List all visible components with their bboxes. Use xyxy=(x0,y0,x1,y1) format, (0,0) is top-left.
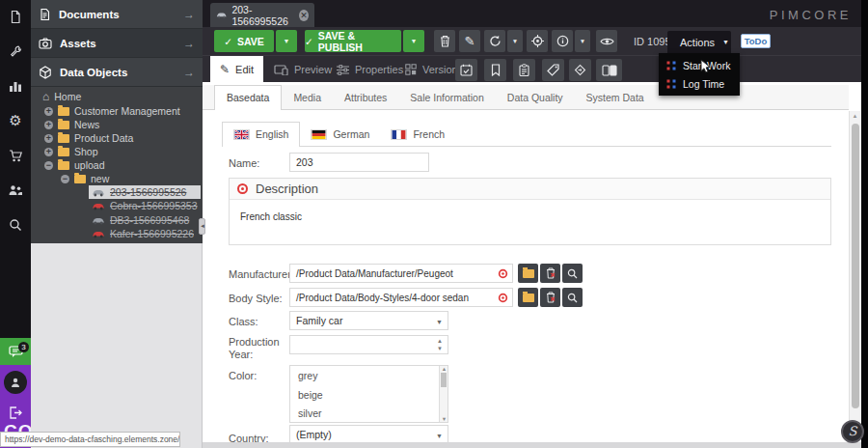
calendar-check-icon xyxy=(460,64,473,76)
tree-item-new[interactable]: − new xyxy=(61,172,109,185)
content-scrollbar[interactable]: ▲ xyxy=(849,111,860,448)
save-publish-button[interactable]: ✓ SAVE & PUBLISH xyxy=(305,30,401,52)
body-style-search-button[interactable] xyxy=(562,288,583,307)
spinner-up-icon[interactable]: ▲ xyxy=(437,338,443,344)
cart-icon[interactable] xyxy=(0,141,31,170)
gear-icon[interactable]: ⚙ xyxy=(0,106,31,135)
tab-basedata[interactable]: Basedata xyxy=(214,85,282,110)
scrollbar-thumb[interactable] xyxy=(852,124,859,408)
schedule-button[interactable] xyxy=(455,59,477,81)
reload-dropdown-caret[interactable]: ▼ xyxy=(507,30,523,52)
close-icon[interactable]: ✕ xyxy=(299,10,309,21)
body-style-input[interactable]: /Product Data/Body-Styles/4-door sedan xyxy=(289,288,513,307)
check-icon: ✓ xyxy=(224,36,232,47)
expand-plus-icon[interactable]: + xyxy=(44,148,53,156)
body-style-open-button[interactable] xyxy=(518,288,538,307)
accordion-data-objects[interactable]: Data Objects → xyxy=(31,58,203,87)
tags-button[interactable] xyxy=(542,59,564,81)
save-publish-dropdown-caret[interactable]: ▼ xyxy=(403,30,424,52)
info-button[interactable] xyxy=(552,30,573,52)
delete-button[interactable] xyxy=(434,30,455,52)
tab-sale-information[interactable]: Sale Information xyxy=(398,86,495,109)
scroll-up-icon[interactable]: ▲ xyxy=(440,366,448,372)
body-style-remove-button[interactable] xyxy=(540,288,560,307)
workflow-button[interactable] xyxy=(569,59,591,81)
color-option-silver[interactable]: silver xyxy=(290,404,433,422)
tree-item-product-data[interactable]: + Product Data xyxy=(44,131,133,145)
menu-item-log-time[interactable]: Log Time xyxy=(659,74,740,93)
open-preview-button[interactable] xyxy=(596,30,617,52)
list-scrollbar[interactable]: ▲ ▼ xyxy=(439,366,448,422)
left-icon-rail: ⚙ 3 CO xyxy=(0,0,31,448)
pimcore-logo: PIMCORE xyxy=(770,8,852,22)
rename-button[interactable]: ✎ xyxy=(459,30,480,52)
tree-item-cobra[interactable]: Cobra-1566995353 xyxy=(92,199,198,212)
tab-data-quality[interactable]: Data Quality xyxy=(496,86,575,109)
scroll-up-icon[interactable]: ▲ xyxy=(850,113,860,119)
tree-item-db3[interactable]: DB3-1566995468 xyxy=(92,213,189,227)
class-select[interactable]: Family car ▼ xyxy=(289,311,448,330)
tree-item-kafer[interactable]: Kafer-1566995226 xyxy=(92,227,194,240)
save-dropdown-caret[interactable]: ▼ xyxy=(276,30,297,52)
tab-lang-german[interactable]: German xyxy=(300,123,380,146)
data-objects-cube-icon xyxy=(39,66,52,79)
collapse-minus-icon[interactable]: − xyxy=(61,175,69,183)
tree-item-customer-management[interactable]: + Customer Management xyxy=(44,104,180,118)
color-option-grey[interactable]: grey xyxy=(290,366,433,384)
object-data-tabs: Basedata Media Attributes Sale Informati… xyxy=(203,85,849,110)
tab-edit[interactable]: ✎ Edit xyxy=(210,56,263,83)
bar-chart-icon[interactable] xyxy=(0,71,31,100)
avatar[interactable] xyxy=(4,371,27,394)
tree-item-shop[interactable]: + Shop xyxy=(44,145,98,158)
bookmark-button[interactable] xyxy=(484,59,506,81)
country-select[interactable]: (Empty) ▼ xyxy=(289,425,448,444)
scroll-down-icon[interactable]: ▼ xyxy=(440,416,448,422)
menu-item-start-work[interactable]: Start Work xyxy=(659,56,740,74)
accordion-documents[interactable]: Documents → xyxy=(31,0,203,29)
tools-wrench-icon[interactable] xyxy=(0,37,31,66)
tree-item-home[interactable]: ⌂ Home xyxy=(42,90,81,103)
scrollbar-thumb[interactable] xyxy=(441,373,447,387)
accordion-assets[interactable]: Assets → xyxy=(31,29,203,58)
tree-item-upload[interactable]: − upload xyxy=(44,158,105,172)
info-dropdown-caret[interactable]: ▼ xyxy=(575,30,590,52)
reload-button[interactable] xyxy=(484,30,505,52)
manufacturer-remove-button[interactable] xyxy=(540,264,560,283)
file-icon[interactable] xyxy=(0,2,31,31)
locate-in-tree-button[interactable] xyxy=(527,30,548,52)
color-option-beige[interactable]: beige xyxy=(290,385,433,404)
tab-lang-english[interactable]: English xyxy=(222,122,300,147)
tab-attributes[interactable]: Attributes xyxy=(333,86,398,109)
pencil-icon: ✎ xyxy=(220,63,230,76)
workflow-diamond-icon xyxy=(574,64,586,76)
description-value[interactable]: French classic xyxy=(230,200,830,234)
tree-item-203[interactable]: 203-1566995526 xyxy=(89,185,201,199)
browser-overlay-badge[interactable]: S xyxy=(841,420,864,443)
spinner-down-icon[interactable]: ▼ xyxy=(437,346,443,351)
panel-collapse-handle[interactable]: ◄ xyxy=(199,218,205,235)
actions-button[interactable]: Actions ▼ xyxy=(667,31,731,53)
split-view-button[interactable] xyxy=(596,59,622,81)
statusbar-url-tooltip: https://dev-demo-data-cfasching.elements… xyxy=(0,432,180,447)
save-button[interactable]: ✓ SAVE xyxy=(214,30,274,52)
open-object-tab[interactable]: 203-1566995526 ✕ xyxy=(210,3,314,27)
tree-item-news[interactable]: + News xyxy=(44,118,99,131)
users-icon[interactable] xyxy=(0,176,31,205)
tab-lang-french[interactable]: French xyxy=(380,123,455,146)
tree-label: Shop xyxy=(74,146,98,157)
expand-plus-icon[interactable]: + xyxy=(44,121,53,129)
tab-system-data[interactable]: System Data xyxy=(575,86,656,109)
collapse-minus-icon[interactable]: − xyxy=(44,161,53,170)
notes-events-button[interactable] xyxy=(513,59,535,81)
expand-plus-icon[interactable]: + xyxy=(44,107,53,116)
chat-notifications-button[interactable]: 3 xyxy=(0,338,31,365)
search-icon[interactable] xyxy=(0,210,31,239)
manufacturer-open-button[interactable] xyxy=(518,264,538,283)
french-flag-icon xyxy=(391,129,407,140)
manufacturer-search-button[interactable] xyxy=(562,264,583,283)
name-input[interactable] xyxy=(289,153,429,172)
tab-media[interactable]: Media xyxy=(282,86,333,109)
production-year-spinner[interactable]: ▲ ▼ xyxy=(289,335,448,354)
expand-plus-icon[interactable]: + xyxy=(44,134,53,143)
manufacturer-input[interactable]: /Product Data/Manufacturer/Peugeot xyxy=(289,264,513,283)
